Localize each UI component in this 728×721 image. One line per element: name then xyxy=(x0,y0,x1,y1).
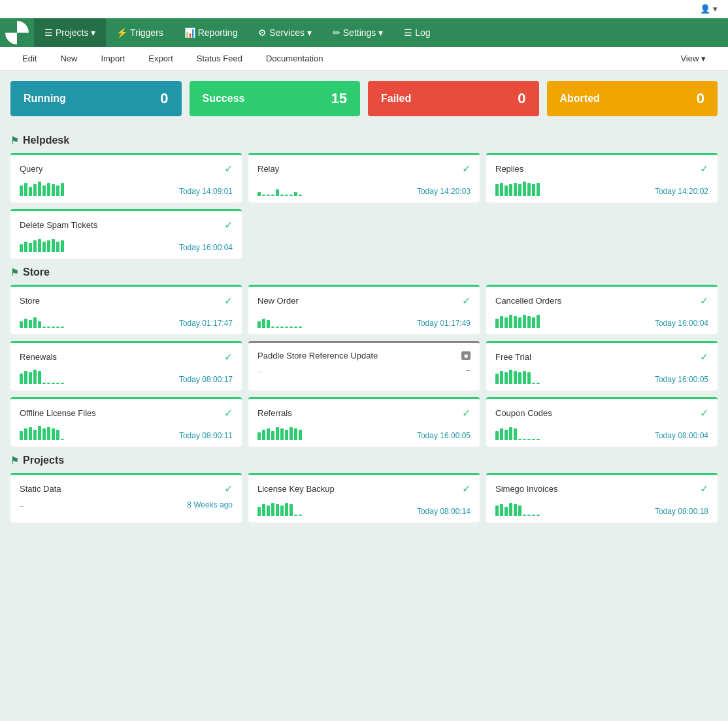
user-menu[interactable]: 👤 ▾ xyxy=(700,4,718,14)
chart-bar xyxy=(267,320,270,328)
status-failed[interactable]: Failed 0 xyxy=(368,81,539,116)
section-title: ⚑Store xyxy=(10,266,718,278)
job-card-header: Delete Spam Tickets ✓ xyxy=(20,219,233,231)
job-card-header: Referrals ✓ xyxy=(257,407,471,419)
chart-bar xyxy=(267,505,270,516)
chart-bar xyxy=(509,503,512,516)
chart-bar xyxy=(271,327,274,328)
job-title: Renewals xyxy=(20,352,57,362)
section-store: ⚑Store Store ✓ Today 01:17:47 New Order … xyxy=(10,266,718,447)
job-card[interactable]: Replies ✓ Today 14:20:02 xyxy=(486,153,718,202)
job-time: 8 Weeks ago xyxy=(187,500,233,509)
chart-bar xyxy=(294,327,297,328)
chart-bar xyxy=(24,242,27,252)
job-card-footer: Today 14:20:02 xyxy=(495,180,708,196)
success-count: 15 xyxy=(331,90,347,107)
chart-bar xyxy=(29,427,32,440)
chart-bar xyxy=(47,427,50,440)
chart-bar xyxy=(38,371,41,384)
chart-bar xyxy=(500,504,503,516)
subnav-new[interactable]: New xyxy=(48,47,89,70)
subnav-export[interactable]: Export xyxy=(137,47,185,70)
nav-services[interactable]: ⚙ Services ▾ xyxy=(248,18,322,47)
job-card[interactable]: New Order ✓ Today 01:17:49 xyxy=(248,285,480,334)
chart-bar xyxy=(495,319,499,328)
chart-bar xyxy=(20,185,23,196)
chart-bar xyxy=(523,439,526,440)
job-card[interactable]: License Key Backup ✓ Today 08:00:14 xyxy=(248,473,480,522)
section-projects: ⚑Projects Static Data ✓ – 8 Weeks ago Li… xyxy=(10,455,718,522)
subnav-documentation[interactable]: Documentation xyxy=(254,47,335,70)
job-time: Today 14:09:01 xyxy=(179,187,233,196)
job-card[interactable]: Delete Spam Tickets ✓ Today 16:00:04 xyxy=(10,209,242,259)
job-time: Today 08:00:14 xyxy=(417,507,471,516)
status-running[interactable]: Running 0 xyxy=(10,81,182,116)
job-card-header: Renewals ✓ xyxy=(20,351,233,363)
subnav-edit[interactable]: Edit xyxy=(10,47,48,70)
job-card-header: License Key Backup ✓ xyxy=(257,483,471,495)
job-card[interactable]: Paddle Store Reference Update ■ – – xyxy=(248,341,480,391)
nav-settings[interactable]: ✏ Settings ▾ xyxy=(322,18,393,47)
mini-chart xyxy=(20,425,64,440)
job-card-footer: Today 16:00:05 xyxy=(495,368,708,384)
job-card[interactable]: Relay ✓ Today 14:20:03 xyxy=(248,153,480,202)
chart-bar xyxy=(271,503,274,516)
job-card[interactable]: Static Data ✓ – 8 Weeks ago xyxy=(10,473,242,522)
job-card-header: Replies ✓ xyxy=(495,163,708,175)
job-card[interactable]: Store ✓ Today 01:17:47 xyxy=(10,285,242,334)
chart-bar xyxy=(61,439,64,440)
job-card[interactable]: Simego Invoices ✓ Today 08:00:18 xyxy=(486,473,718,522)
cards-grid: Static Data ✓ – 8 Weeks ago License Key … xyxy=(10,473,718,522)
nav-reporting[interactable]: 📊 Reporting xyxy=(174,18,248,47)
chart-bar xyxy=(527,316,531,328)
job-card[interactable]: Referrals ✓ Today 16:00:05 xyxy=(248,397,480,447)
success-icon: ✓ xyxy=(462,295,471,307)
job-card[interactable]: Query ✓ Today 14:09:01 xyxy=(10,153,242,202)
chart-bar xyxy=(271,431,274,440)
chart-bar xyxy=(52,383,55,384)
chart-bar xyxy=(29,187,32,196)
chart-bar xyxy=(299,430,302,440)
chart-bar xyxy=(52,184,55,196)
main-content: ⚑Helpdesk Query ✓ Today 14:09:01 Relay ✓… xyxy=(0,135,728,533)
chart-bar xyxy=(257,507,261,516)
chart-bar xyxy=(290,427,293,440)
subnav-view[interactable]: View ▾ xyxy=(669,47,718,70)
status-aborted[interactable]: Aborted 0 xyxy=(547,81,718,116)
job-card[interactable]: Cancelled Orders ✓ Today 16:00:04 xyxy=(486,285,718,334)
aborted-label: Aborted xyxy=(560,93,600,104)
chart-bar xyxy=(294,428,297,440)
chart-bar xyxy=(56,430,59,440)
status-success[interactable]: Success 15 xyxy=(190,81,361,116)
mini-chart xyxy=(495,425,540,440)
job-card[interactable]: Renewals ✓ Today 08:00:17 xyxy=(10,341,242,391)
job-card[interactable]: Offline License Files ✓ Today 08:00:11 xyxy=(10,397,242,447)
mini-chart xyxy=(257,425,302,440)
job-card-footer: Today 08:00:04 xyxy=(495,425,708,440)
chart-bar xyxy=(262,195,265,196)
chart-bar xyxy=(262,319,265,328)
chart-bar xyxy=(505,372,508,384)
job-time: Today 16:00:05 xyxy=(655,375,708,384)
subnav-status-feed[interactable]: Status Feed xyxy=(185,47,254,70)
subnav-import[interactable]: Import xyxy=(89,47,137,70)
nav-log[interactable]: ☰ Log xyxy=(393,18,440,47)
chart-bar xyxy=(518,184,521,196)
success-icon: ✓ xyxy=(224,163,233,175)
chart-bar xyxy=(38,239,41,252)
nav-triggers[interactable]: ⚡ Triggers xyxy=(106,18,173,47)
mini-chart xyxy=(20,368,64,384)
job-card[interactable]: Free Trial ✓ Today 16:00:05 xyxy=(486,341,718,391)
mini-chart xyxy=(495,180,540,196)
chart-bar xyxy=(509,427,512,440)
nav-projects[interactable]: ☰ Projects ▾ xyxy=(34,18,106,47)
job-card-footer: Today 01:17:49 xyxy=(257,312,471,328)
chart-bar xyxy=(276,427,279,440)
job-card-footer: Today 08:00:11 xyxy=(20,425,233,440)
job-card-footer: Today 08:00:17 xyxy=(20,368,233,384)
section-title: ⚑Helpdesk xyxy=(10,135,718,146)
chart-bar xyxy=(33,317,37,328)
chart-bar xyxy=(33,370,37,384)
job-card[interactable]: Coupon Codes ✓ Today 08:00:04 xyxy=(486,397,718,447)
chart-bar xyxy=(294,515,297,516)
